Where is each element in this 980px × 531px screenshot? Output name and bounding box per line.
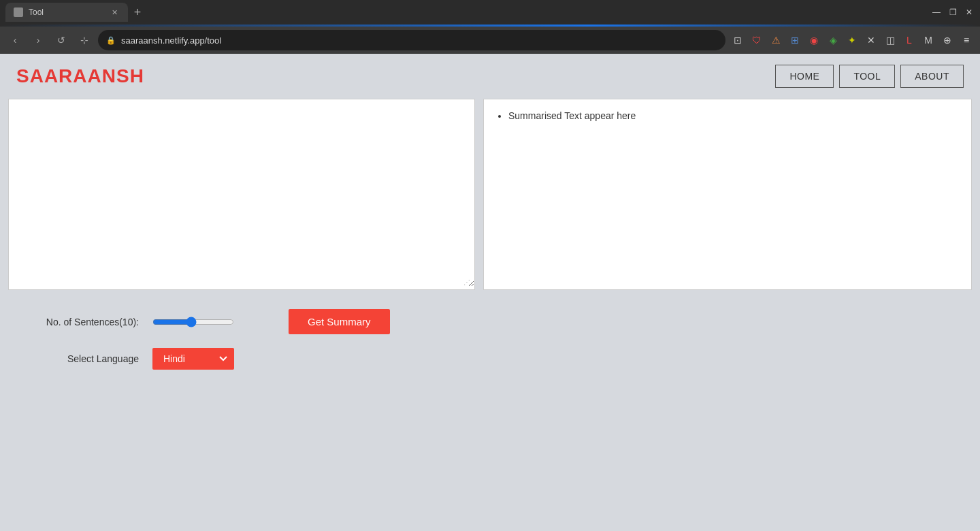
minimize-button[interactable]: — [931, 7, 942, 18]
browser-toolbar: ‹ › ↺ ⊹ 🔒 ⊡ 🛡 ⚠ ⊞ ◉ ◈ ✦ ✕ ◫ L M ⊕ ≡ [0, 27, 980, 54]
text-input-panel: ⋰ [8, 99, 475, 290]
extension-icon-2[interactable]: ◉ [806, 32, 822, 48]
tab-title: Tool [29, 7, 103, 17]
browser-tab-active[interactable]: Tool ✕ [5, 3, 128, 22]
slider-container [152, 317, 234, 327]
close-button[interactable]: ✕ [964, 7, 975, 18]
nav-links: HOME TOOL ABOUT [775, 65, 964, 88]
sentence-slider[interactable] [152, 317, 234, 327]
extension-icon-4[interactable]: ✦ [844, 32, 860, 48]
text-input[interactable] [9, 99, 474, 287]
tab-favicon [14, 7, 23, 17]
output-panel: Summarised Text appear here [483, 99, 972, 290]
nav-about-button[interactable]: ABOUT [900, 65, 964, 88]
extension-icon-8[interactable]: M [920, 32, 936, 48]
output-placeholder-item: Summarised Text appear here [508, 110, 960, 121]
cast-icon[interactable]: ⊡ [730, 32, 746, 48]
extension-icon-6[interactable]: ◫ [882, 32, 898, 48]
forward-button[interactable]: › [29, 31, 48, 50]
main-area: ⋰ Summarised Text appear here [0, 99, 980, 298]
browser-tabs: Tool ✕ + [5, 3, 926, 22]
language-control-row: Select Language Hindi English Bengali Te… [16, 348, 964, 370]
menu-button[interactable]: ≡ [958, 32, 975, 48]
nav-tool-button[interactable]: TOOL [839, 65, 895, 88]
back-button[interactable]: ‹ [5, 31, 24, 50]
new-tab-button[interactable]: + [128, 3, 147, 22]
resize-handle: ⋰ [463, 278, 473, 288]
language-select[interactable]: Hindi English Bengali Telugu Tamil Marat… [152, 348, 234, 370]
extensions-button[interactable]: ⊕ [939, 32, 956, 48]
extension-icon-5[interactable]: ✕ [863, 32, 879, 48]
extension-icon-7[interactable]: L [901, 32, 917, 48]
address-bar-container[interactable]: 🔒 [98, 30, 725, 50]
sentence-label: No. of Sentences(10): [16, 317, 139, 327]
controls-area: No. of Sentences(10): Get Summary Select… [0, 298, 980, 386]
page-content: SAARAANSH HOME TOOL ABOUT ⋰ Summarised T… [0, 54, 980, 531]
language-label: Select Language [16, 353, 139, 364]
lock-icon: 🔒 [106, 36, 116, 45]
nav-home-button[interactable]: HOME [775, 65, 834, 88]
browser-window: Tool ✕ + — ❐ ✕ ‹ › ↺ ⊹ 🔒 ⊡ 🛡 ⚠ ⊞ ◉ ◈ ✦ [0, 0, 980, 531]
output-list: Summarised Text appear here [495, 110, 960, 121]
bookmark-button[interactable]: ⊹ [75, 31, 94, 50]
get-summary-button[interactable]: Get Summary [289, 309, 390, 334]
warning-icon[interactable]: ⚠ [768, 32, 784, 48]
maximize-button[interactable]: ❐ [947, 7, 958, 18]
extension-icon-1[interactable]: ⊞ [787, 32, 803, 48]
window-controls: — ❐ ✕ [931, 7, 975, 18]
extension-icon-3[interactable]: ◈ [825, 32, 841, 48]
browser-titlebar: Tool ✕ + — ❐ ✕ [0, 0, 980, 25]
sentence-control-row: No. of Sentences(10): Get Summary [16, 309, 964, 334]
reload-button[interactable]: ↺ [52, 31, 71, 50]
tab-close-button[interactable]: ✕ [109, 7, 120, 18]
app-header: SAARAANSH HOME TOOL ABOUT [0, 54, 980, 99]
toolbar-icons: ⊡ 🛡 ⚠ ⊞ ◉ ◈ ✦ ✕ ◫ L M ⊕ ≡ [730, 32, 975, 48]
app-logo: SAARAANSH [16, 65, 144, 87]
brave-shields-icon[interactable]: 🛡 [749, 32, 765, 48]
address-bar[interactable] [121, 35, 717, 46]
